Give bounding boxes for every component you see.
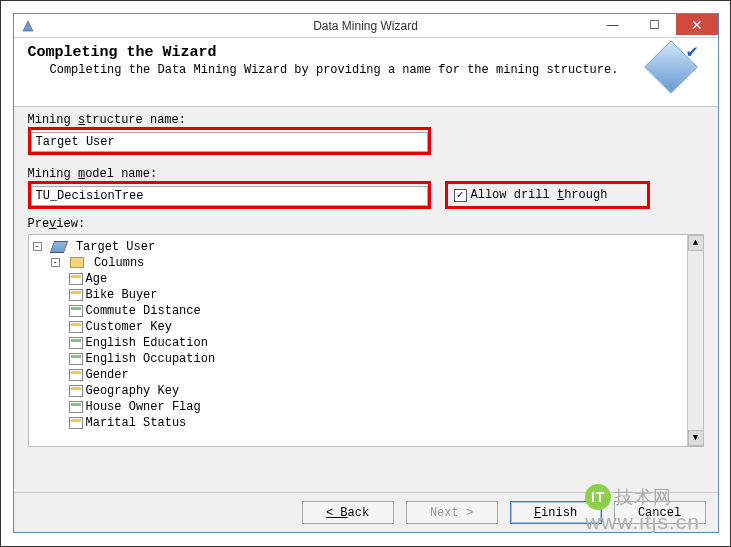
close-button[interactable]: ✕	[676, 14, 718, 35]
minimize-button[interactable]: —	[592, 14, 634, 35]
tree-column-item[interactable]: Marital Status	[69, 415, 701, 431]
next-button: Next >	[406, 501, 498, 524]
model-name-input[interactable]	[31, 186, 428, 206]
collapse-icon[interactable]: -	[33, 242, 42, 251]
content-area: Mining structure name: Mining model name…	[14, 107, 718, 492]
column-icon	[69, 385, 83, 397]
model-name-highlight	[28, 181, 431, 209]
svg-marker-0	[23, 21, 33, 31]
tree-column-item[interactable]: Gender	[69, 367, 701, 383]
tree-column-item[interactable]: English Education	[69, 335, 701, 351]
tree-column-item[interactable]: Age	[69, 271, 701, 287]
maximize-button[interactable]: ☐	[634, 14, 676, 35]
finish-button[interactable]: Finish	[510, 501, 602, 524]
column-icon	[69, 289, 83, 301]
scroll-down-icon[interactable]: ▼	[688, 430, 704, 446]
back-button[interactable]: < Back	[302, 501, 394, 524]
app-icon	[20, 18, 36, 34]
tree-column-item[interactable]: Commute Distance	[69, 303, 701, 319]
page-title: Completing the Wizard	[28, 44, 652, 61]
pickaxe-icon	[50, 241, 68, 253]
wizard-footer: < Back Next > Finish Cancel	[14, 492, 718, 532]
column-label: Gender	[86, 368, 129, 382]
allow-drill-highlight: ✓ Allow drill through	[445, 181, 651, 209]
structure-name-input[interactable]	[31, 132, 428, 152]
tree-column-item[interactable]: Bike Buyer	[69, 287, 701, 303]
column-label: House Owner Flag	[86, 400, 201, 414]
tree-root-label: Target User	[76, 240, 155, 254]
column-icon	[69, 305, 83, 317]
page-subtitle: Completing the Data Mining Wizard by pro…	[50, 63, 652, 77]
preview-label: Preview:	[28, 217, 704, 231]
preview-tree[interactable]: - Target User - Columns AgeBike BuyerCom…	[28, 234, 704, 447]
tree-column-item[interactable]: English Occupation	[69, 351, 701, 367]
tree-column-item[interactable]: Geography Key	[69, 383, 701, 399]
column-label: Commute Distance	[86, 304, 201, 318]
titlebar: Data Mining Wizard — ☐ ✕	[14, 14, 718, 38]
column-label: Marital Status	[86, 416, 187, 430]
column-icon	[69, 401, 83, 413]
columns-node-label: Columns	[94, 256, 144, 270]
column-icon	[69, 417, 83, 429]
wizard-window: Data Mining Wizard — ☐ ✕ Completing the …	[13, 13, 719, 533]
structure-name-label: Mining structure name:	[28, 113, 704, 127]
collapse-icon[interactable]: -	[51, 258, 60, 267]
column-label: Customer Key	[86, 320, 172, 334]
column-label: Geography Key	[86, 384, 180, 398]
tree-column-item[interactable]: Customer Key	[69, 319, 701, 335]
wizard-header: Completing the Wizard Completing the Dat…	[14, 38, 718, 107]
column-icon	[69, 273, 83, 285]
column-icon	[69, 321, 83, 333]
vertical-scrollbar[interactable]: ▲ ▼	[687, 235, 703, 446]
window-controls: — ☐ ✕	[592, 14, 718, 35]
model-name-label: Mining model name:	[28, 167, 704, 181]
folder-icon	[70, 257, 84, 268]
structure-name-highlight	[28, 127, 431, 155]
column-icon	[69, 337, 83, 349]
allow-drill-label: Allow drill through	[471, 188, 608, 202]
cancel-button[interactable]: Cancel	[614, 501, 706, 524]
column-label: English Occupation	[86, 352, 216, 366]
column-icon	[69, 353, 83, 365]
column-icon	[69, 369, 83, 381]
checkmark-icon: ✔	[687, 40, 698, 62]
column-label: English Education	[86, 336, 208, 350]
tree-column-item[interactable]: House Owner Flag	[69, 399, 701, 415]
window-title: Data Mining Wizard	[313, 19, 418, 33]
column-label: Bike Buyer	[86, 288, 158, 302]
scroll-up-icon[interactable]: ▲	[688, 235, 704, 251]
allow-drill-checkbox[interactable]: ✓	[454, 189, 467, 202]
column-label: Age	[86, 272, 108, 286]
